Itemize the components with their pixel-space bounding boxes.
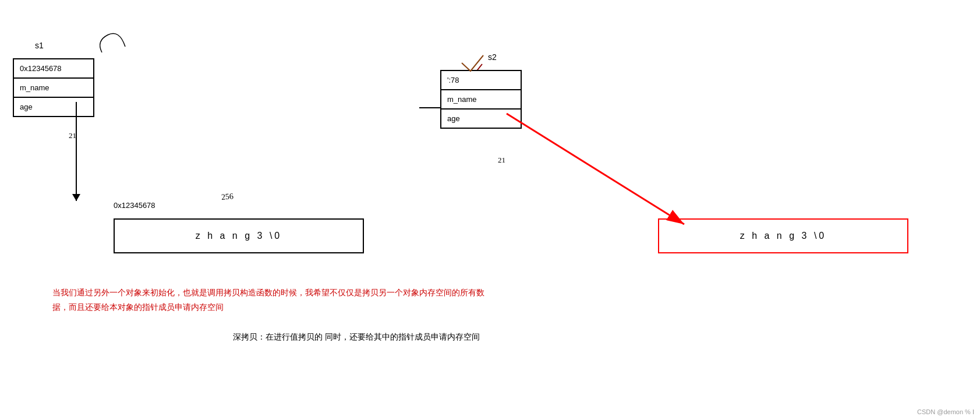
s1-pointer-arrow (76, 102, 77, 201)
svg-line-1 (507, 114, 684, 224)
s2-age-value: 21 (498, 156, 505, 165)
description-text: 当我们通过另外一个对象来初始化，也就是调用拷贝构造函数的时候，我希望不仅仅是拷贝… (52, 285, 484, 315)
s1-heap-address: 0x12345678 (114, 201, 155, 210)
s1-address: 0x12345678 (14, 59, 93, 79)
s2-address: ':78 (441, 71, 521, 90)
s2-struct-box: ':78 m_name age (440, 70, 522, 129)
desc-line1: 当我们通过另外一个对象来初始化，也就是调用拷贝构造函数的时候，我希望不仅仅是拷贝… (52, 285, 484, 300)
handwritten-256: 256 (221, 192, 233, 202)
string-content-s1: z h a n g 3 \0 (196, 231, 282, 241)
s2-mname: m_name (441, 90, 521, 110)
curve-decoration-s1 (90, 23, 148, 58)
string-content-s2: z h a n g 3 \0 (740, 231, 827, 241)
csdn-watermark: CSDN @demon % I (917, 408, 974, 415)
s1-struct-box: 0x12345678 m_name age (13, 58, 94, 117)
string-box-s1: z h a n g 3 \0 (114, 218, 364, 253)
desc-line2: 据，而且还要给本对象的指针成员申请内存空间 (52, 300, 484, 315)
s2-age: age (441, 110, 521, 128)
deep-copy-description: 深拷贝：在进行值拷贝的 同时，还要给其中的指针成员申请内存空间 (233, 332, 480, 343)
s1-mname: m_name (14, 79, 93, 98)
string-box-s2: z h a n g 3 \0 (658, 218, 908, 253)
s1-age: age (14, 98, 93, 116)
s1-label: s1 (35, 41, 44, 50)
